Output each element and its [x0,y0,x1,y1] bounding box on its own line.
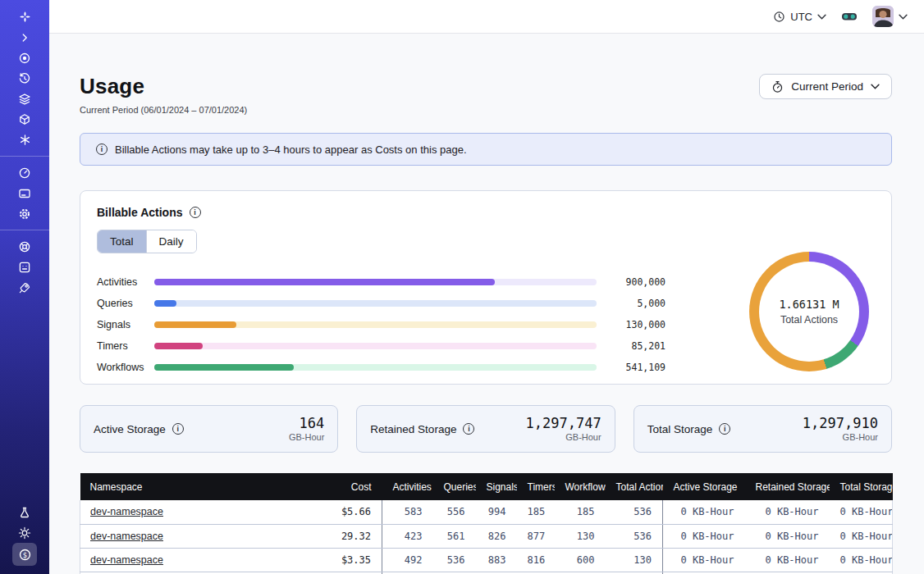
flask-icon[interactable] [11,502,38,522]
bar-fill [154,300,176,307]
billable-actions-title: Billable Actions [97,206,183,219]
table-row: dev-namespace $5.66 583 556 994 185 185 … [80,500,893,524]
bar-value: 541,109 [606,362,666,373]
bar-label: Workflows [97,362,154,373]
page-subtitle: Current Period (06/01/2024 – 07/01/2024) [80,105,247,115]
cell-signals: 883 [476,548,517,572]
bar-fill [154,279,495,285]
gauge-icon[interactable] [11,162,38,183]
total-actions-donut: 1.66131 M Total Actions [749,252,869,371]
cell-total-storage: 0 KB-Hour [830,500,893,524]
chevron-down-icon [871,84,880,89]
chevron-right-icon[interactable] [11,27,38,48]
info-icon[interactable]: i [96,144,107,155]
storage-card-label: Total Storage [647,423,713,435]
tab-daily[interactable]: Daily [146,230,196,253]
namespace-link[interactable]: dev-namespace [90,531,163,542]
account-menu[interactable] [872,6,908,27]
goggles-icon[interactable] [841,11,858,22]
storage-card-label: Active Storage [94,423,166,435]
namespace-link[interactable]: dev-namespace [90,506,163,517]
gear-icon[interactable] [11,203,38,224]
cell-cost: $5.66 [327,500,382,524]
cell-total-storage: 0 KB-Hour [830,548,893,572]
table-header-row: Namespace Cost Activities Queries Signal… [80,473,893,500]
bar-fill [154,364,294,371]
sidebar: $ [0,0,49,574]
main-content: Usage Current Period (06/01/2024 – 07/01… [49,34,924,574]
spiral-icon[interactable] [11,48,38,68]
feedback-icon[interactable] [11,257,38,277]
page-title: Usage [80,74,247,99]
cell-queries: 561 [433,524,476,548]
table-row: dev-namespace $3.35 492 536 883 816 600 … [80,548,893,572]
bar-value: 85,201 [606,340,666,352]
cell-workflows: 185 [555,500,606,524]
topbar: UTC [49,0,924,34]
cell-timers: 185 [517,500,555,524]
cell-workflows: 600 [555,548,606,572]
cell-queries: 556 [433,500,476,524]
bar-value: 900,000 [606,276,666,288]
rocket-icon[interactable] [11,277,38,298]
billable-actions-card: Billable Actions i Total Daily Activitie… [80,190,892,385]
bar-track [154,343,597,349]
bar-row-signals: Signals 130,000 [97,314,666,335]
info-icon[interactable]: i [719,423,730,435]
bar-value: 5,000 [606,298,666,309]
storage-card-value: 1,297,910 [803,416,878,432]
layers-icon[interactable] [11,89,38,109]
cell-active-storage: 0 KB-Hour [663,524,745,548]
col-signals: Signals [476,473,517,500]
cell-total-storage: 0 KB-Hour [830,524,893,548]
storage-card-value: 1,297,747 [526,416,602,432]
col-total-actions: Total Actions [606,473,663,500]
active-storage-card: Active Storage i 164 GB-Hour [80,405,338,453]
col-namespace: Namespace [80,473,327,500]
retained-storage-card: Retained Storage i 1,297,747 GB-Hour [356,405,615,453]
billable-bar-chart: Activities 900,000 Queries 5,000 Signals… [97,271,666,378]
avatar [872,6,894,27]
card-icon[interactable] [11,183,38,203]
cell-activities: 583 [382,500,433,524]
period-dropdown-button[interactable]: Current Period [759,74,892,99]
col-workflows: Workflows [555,473,606,500]
storage-card-label: Retained Storage [370,423,456,435]
cube-icon[interactable] [11,109,38,130]
bar-row-workflows: Workflows 541,109 [97,357,666,378]
table-row: dev-namespace 29.32 423 561 826 877 130 … [80,524,893,548]
col-activities: Activities [382,473,433,500]
info-icon[interactable]: i [172,423,184,435]
timezone-label: UTC [790,11,812,23]
storage-card-unit: GB-Hour [803,432,878,442]
tab-total[interactable]: Total [98,230,146,253]
bar-label: Signals [97,319,154,330]
lifebuoy-icon[interactable] [11,236,38,257]
cell-activities: 492 [382,548,433,572]
info-icon[interactable]: i [190,207,201,218]
namespace-link[interactable]: dev-namespace [90,554,163,566]
bar-row-activities: Activities 900,000 [97,271,666,293]
history-clock-icon[interactable] [11,68,38,89]
bar-row-timers: Timers 85,201 [97,335,666,357]
cell-active-storage: 0 KB-Hour [663,548,745,572]
cell-activities: 423 [382,524,433,548]
bar-track [154,321,597,328]
sun-icon[interactable] [11,522,38,543]
timezone-selector[interactable]: UTC [773,11,826,23]
bar-fill [154,343,203,349]
asterisk-icon[interactable] [11,130,38,150]
col-queries: Queries [433,473,476,500]
temporal-logo[interactable] [11,7,38,27]
cell-workflows: 130 [555,524,606,548]
cell-retained-storage: 0 KB-Hour [745,548,830,572]
cell-active-storage: 0 KB-Hour [663,500,745,524]
cell-cost: $3.35 [327,548,382,572]
banner-text: Billable Actions may take up to 3–4 hour… [115,144,467,156]
dollar-coin-icon[interactable]: $ [12,543,37,566]
info-icon[interactable]: i [463,423,474,435]
storage-card-unit: GB-Hour [526,432,602,442]
col-total-storage: Total Storage [830,473,893,500]
cell-timers: 877 [517,524,555,548]
col-active-storage: Active Storage [663,473,745,500]
